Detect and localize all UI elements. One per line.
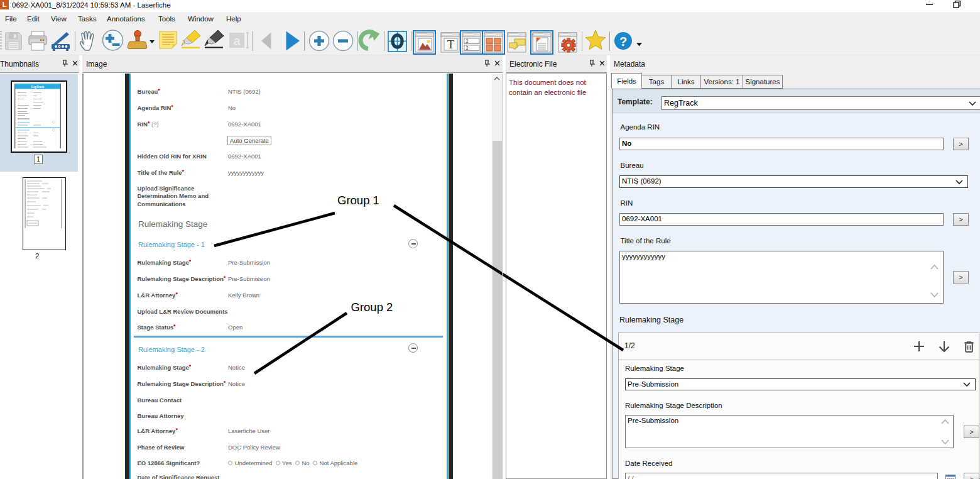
svg-text:RegTrack: RegTrack bbox=[31, 85, 44, 88]
svg-text:a: a bbox=[233, 34, 241, 48]
svg-text:T: T bbox=[447, 38, 455, 51]
svg-text:?: ? bbox=[619, 35, 627, 48]
